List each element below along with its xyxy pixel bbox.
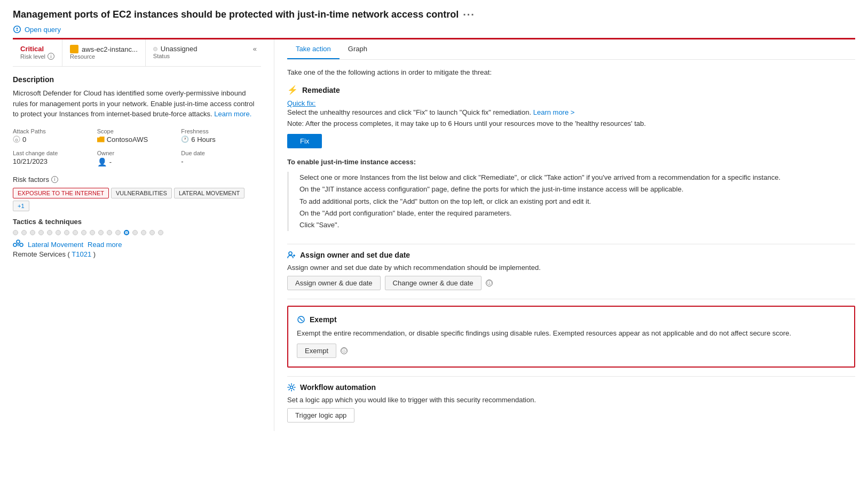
assign-title: Assign owner and set due date (300, 251, 410, 259)
attack-paths-label: Attack Paths (13, 128, 93, 134)
trigger-logic-app-button[interactable]: Trigger logic app (287, 408, 354, 423)
assign-info-icon[interactable]: ⓘ (486, 280, 493, 286)
quick-fix-text-row: Select the unhealthy resources and click… (287, 107, 855, 118)
quick-fix-text: Select the unhealthy resources and click… (287, 108, 531, 116)
open-query-button[interactable]: Open query (13, 25, 855, 34)
timeline-dot-16 (141, 230, 146, 235)
tab-collapse-button[interactable]: « (249, 39, 261, 66)
svg-line-13 (299, 318, 303, 321)
title-text: Management ports of EC2 instances should… (13, 9, 459, 20)
assign-text: Assign owner and set due date by which r… (287, 264, 855, 272)
risk-factors-info-icon[interactable]: i (51, 176, 58, 183)
attack-path-icon: 0 (13, 136, 20, 143)
exempt-info-icon[interactable]: ⓘ (341, 347, 348, 354)
fix-button[interactable]: Fix (287, 134, 322, 148)
action-intro-text: Take one of the the following actions in… (287, 68, 855, 76)
timeline-dot-3 (30, 230, 35, 235)
risk-level-info-icon[interactable]: i (48, 53, 54, 60)
risk-factors-header: Risk factors i (13, 176, 261, 184)
timeline-dot-12 (107, 230, 112, 235)
freshness-label: Freshness (181, 128, 261, 134)
exempt-icon (297, 315, 305, 324)
resource-folder-icon (70, 45, 78, 53)
svg-point-9 (289, 252, 292, 255)
svg-text:0: 0 (15, 138, 18, 142)
freshness-text: 6 Hours (191, 136, 216, 144)
read-more-link[interactable]: Read more (88, 241, 122, 249)
jit-title: To enable just-in-time instance access: (287, 157, 855, 168)
timeline-dot-4 (38, 230, 44, 235)
scope-folder-icon (97, 137, 105, 142)
tab-take-action[interactable]: Take action (287, 39, 340, 59)
risk-tags-row: EXPOSURE TO THE INTERNET VULNERABILITIES… (13, 188, 261, 211)
lateral-movement-row: Lateral Movement Read more (13, 240, 261, 250)
quick-fix-link[interactable]: Quick fix: (287, 99, 315, 107)
assign-owner-button[interactable]: Assign owner & due date (287, 276, 381, 290)
right-panel: Take action Graph Take one of the the fo… (274, 39, 855, 431)
divider-1 (287, 244, 855, 244)
lateral-movement-icon (13, 240, 23, 250)
last-change-value: 10/21/2023 (13, 157, 93, 165)
person-plus-icon (287, 251, 296, 259)
collapse-icon: « (253, 45, 257, 53)
scope-text: ContosoAWS (107, 136, 148, 144)
clock-icon: 🕐 (181, 136, 189, 143)
tab-graph[interactable]: Graph (340, 39, 376, 59)
timeline-dot-18 (158, 230, 163, 235)
timeline-dot-17 (149, 230, 155, 235)
tag-more[interactable]: +1 (13, 201, 29, 211)
owner-text: - (109, 158, 112, 166)
timeline-dot-active (124, 230, 129, 235)
remediate-title: Remediate (302, 86, 340, 94)
resource-label: Resource (70, 53, 138, 60)
action-tabs: Take action Graph (287, 39, 855, 60)
assign-buttons-row: Assign owner & due date Change owner & d… (287, 276, 855, 290)
remediate-section: ⚡ Remediate Quick fix: Select the unheal… (287, 85, 855, 231)
timeline-dot-15 (132, 230, 138, 235)
jit-step-4: Click "Save". (297, 219, 855, 231)
last-change-label: Last change date (13, 150, 93, 156)
assign-heading: Assign owner and set due date (287, 251, 855, 259)
freshness-value: 🕐 6 Hours (181, 136, 261, 144)
jit-step-2b: To add additional ports, click the "Add"… (297, 196, 855, 208)
tab-critical[interactable]: Critical Risk level i (13, 39, 62, 66)
remote-services-link[interactable]: T1021 (72, 250, 91, 258)
divider-3 (287, 376, 855, 377)
timeline (13, 230, 261, 235)
workflow-heading: Workflow automation (287, 383, 855, 392)
active-dot-ring (125, 227, 128, 238)
page-container: Management ports of EC2 instances should… (0, 0, 868, 440)
risk-factors-section: Risk factors i EXPOSURE TO THE INTERNET … (13, 176, 261, 211)
exempt-heading: Exempt (297, 315, 846, 324)
workflow-section: Workflow automation Set a logic app whic… (287, 383, 855, 423)
tactics-section: Tactics & techniques (13, 218, 261, 258)
tab-status[interactable]: Unassigned Status (146, 39, 205, 66)
quick-fix-area: Quick fix: (287, 99, 855, 107)
status-value: Unassigned (161, 45, 198, 53)
lightning-icon: ⚡ (287, 85, 298, 95)
scope-label: Scope (97, 128, 177, 134)
jit-steps: Select one or more Instances from the li… (287, 172, 855, 230)
exempt-button[interactable]: Exempt (297, 344, 336, 358)
jit-step-2: On the "JIT instance access configuratio… (297, 184, 855, 195)
workflow-title: Workflow automation (300, 383, 376, 392)
svg-point-5 (20, 243, 23, 246)
meta-grid: Attack Paths 0 0 Scope ContosoAWS Freshn… (13, 128, 261, 167)
timeline-dot-2 (21, 230, 27, 235)
left-panel: Critical Risk level i aws-ec2-instanc...… (13, 39, 274, 431)
resource-tab-content: aws-ec2-instanc... (70, 45, 138, 53)
svg-point-2 (125, 231, 128, 234)
timeline-dot-10 (90, 230, 95, 235)
timeline-dot-6 (56, 230, 61, 235)
remote-services-label: Remote Services (13, 250, 66, 258)
tag-lateral-movement: LATERAL MOVEMENT (174, 188, 244, 198)
attack-paths-value: 0 0 (13, 136, 93, 144)
timeline-dot-8 (73, 230, 78, 235)
tab-resource[interactable]: aws-ec2-instanc... Resource (62, 39, 145, 66)
timeline-dot-9 (81, 230, 86, 235)
status-content: Unassigned (153, 45, 198, 53)
learn-more-remediate-link[interactable]: Learn more > (533, 108, 575, 116)
change-owner-button[interactable]: Change owner & due date (385, 276, 482, 290)
svg-point-14 (290, 386, 293, 389)
learn-more-desc-link[interactable]: Learn more. (214, 110, 251, 118)
